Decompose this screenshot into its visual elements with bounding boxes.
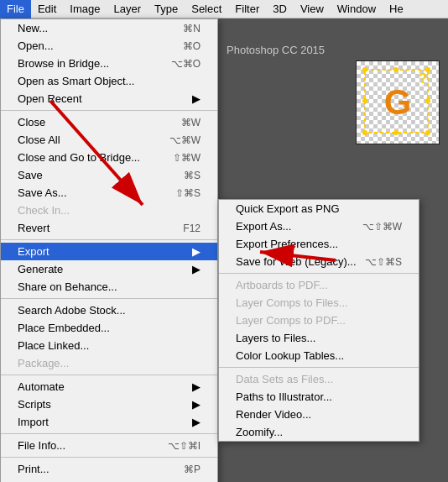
svg-point-7: [393, 130, 399, 135]
menu-export[interactable]: Export ▶: [1, 243, 217, 260]
submenu-layer-comps-pdf[interactable]: Layer Comps to PDF...: [219, 312, 419, 329]
canvas-content: ? G: [357, 61, 439, 144]
submenu-paths-illustrator[interactable]: Paths to Illustrator...: [219, 388, 419, 406]
menu-window[interactable]: Window: [331, 0, 383, 18]
svg-point-1: [362, 67, 367, 72]
menu-filter[interactable]: Filter: [228, 0, 266, 18]
menu-package[interactable]: Package...: [1, 354, 217, 372]
submenu-save-for-web[interactable]: Save for Web (Legacy)... ⌥⇧⌘S: [219, 253, 419, 270]
menu-place-embedded[interactable]: Place Embedded...: [1, 319, 217, 337]
submenu-layer-comps-files[interactable]: Layer Comps to Files...: [219, 294, 419, 312]
svg-point-6: [362, 130, 367, 135]
menu-layer[interactable]: Layer: [107, 0, 148, 18]
submenu-data-sets-files[interactable]: Data Sets as Files...: [219, 370, 419, 388]
submenu-quick-export-png[interactable]: Quick Export as PNG: [219, 200, 419, 217]
question-mark: ?: [419, 71, 427, 86]
submenu-artboards-pdf[interactable]: Artboards to PDF...: [219, 276, 419, 294]
menu-save[interactable]: Save ⌘S: [1, 166, 217, 184]
menu-new[interactable]: New... ⌘N: [1, 19, 217, 37]
menu-image[interactable]: Image: [63, 0, 107, 18]
separator-2: [1, 239, 217, 240]
menu-close[interactable]: Close ⌘W: [1, 113, 217, 131]
menu-close-all[interactable]: Close All ⌥⌘W: [1, 131, 217, 149]
separator-6: [1, 457, 217, 458]
separator-1: [1, 110, 217, 111]
submenu-zoomify[interactable]: Zoomify...: [219, 423, 419, 441]
menu-import[interactable]: Import ▶: [1, 413, 217, 431]
submenu-separator-1: [219, 273, 419, 274]
export-submenu: Quick Export as PNG Export As... ⌥⇧⌘W Ex…: [218, 199, 419, 442]
canvas-preview: ? G: [356, 60, 440, 144]
menu-select[interactable]: Select: [185, 0, 228, 18]
menu-edit[interactable]: Edit: [31, 0, 63, 18]
menu-save-as[interactable]: Save As... ⇧⌘S: [1, 184, 217, 202]
menu-open-recent[interactable]: Open Recent ▶: [1, 90, 217, 107]
ps-title: Photoshop CC 2015: [227, 44, 325, 56]
menu-share-behance[interactable]: Share on Behance...: [1, 278, 217, 296]
menu-print[interactable]: Print... ⌘P: [1, 460, 217, 478]
menu-type[interactable]: Type: [148, 0, 185, 18]
separator-5: [1, 433, 217, 434]
menu-place-linked[interactable]: Place Linked...: [1, 337, 217, 354]
menu-browse-bridge[interactable]: Browse in Bridge... ⌥⌘O: [1, 55, 217, 72]
menu-file[interactable]: File: [0, 0, 31, 18]
menu-scripts[interactable]: Scripts ▶: [1, 396, 217, 413]
menu-search-adobe-stock[interactable]: Search Adobe Stock...: [1, 301, 217, 319]
submenu-render-video[interactable]: Render Video...: [219, 406, 419, 423]
submenu-layers-to-files[interactable]: Layers to Files...: [219, 329, 419, 347]
menu-check-in[interactable]: Check In...: [1, 202, 217, 219]
menu-open[interactable]: Open... ⌘O: [1, 37, 217, 55]
svg-point-5: [425, 98, 430, 103]
submenu-separator-2: [219, 367, 419, 368]
menu-bar: File Edit Image Layer Type Select Filter…: [0, 0, 448, 18]
svg-point-4: [362, 98, 367, 103]
menu-view[interactable]: View: [294, 0, 331, 18]
submenu-export-preferences[interactable]: Export Preferences...: [219, 235, 419, 253]
menu-help[interactable]: He: [383, 0, 410, 18]
g-letter: G: [384, 82, 412, 123]
svg-point-2: [393, 67, 399, 72]
separator-4: [1, 375, 217, 375]
menu-3d[interactable]: 3D: [266, 0, 294, 18]
svg-point-8: [425, 130, 430, 135]
menu-open-smart-object[interactable]: Open as Smart Object...: [1, 72, 217, 90]
menu-revert[interactable]: Revert F12: [1, 219, 217, 237]
submenu-export-as[interactable]: Export As... ⌥⇧⌘W: [219, 217, 419, 235]
separator-3: [1, 298, 217, 299]
menu-generate[interactable]: Generate ▶: [1, 260, 217, 278]
menu-close-go-bridge[interactable]: Close and Go to Bridge... ⇧⌘W: [1, 149, 217, 166]
submenu-color-lookup-tables[interactable]: Color Lookup Tables...: [219, 347, 419, 364]
menu-file-info[interactable]: File Info... ⌥⇧⌘I: [1, 437, 217, 454]
menu-automate[interactable]: Automate ▶: [1, 378, 217, 396]
menu-print-one-copy[interactable]: Print One Copy ⌥⇧⌘P: [1, 478, 217, 482]
file-dropdown-menu: New... ⌘N Open... ⌘O Browse in Bridge...…: [0, 18, 218, 482]
